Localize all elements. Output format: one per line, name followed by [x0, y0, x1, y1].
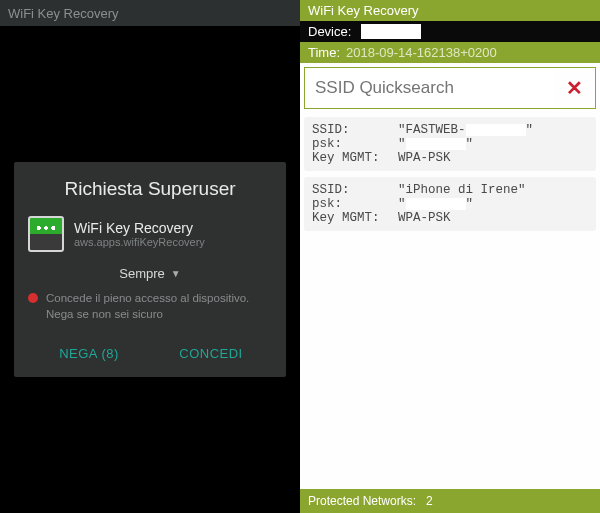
psk-label: psk: [312, 197, 398, 211]
network-card[interactable]: SSID:"FASTWEB-" psk:"" Key MGMT:WPA-PSK [304, 117, 596, 171]
warning-icon [28, 293, 38, 303]
keymgmt-label: Key MGMT: [312, 151, 398, 165]
superuser-dialog: Richiesta Superuser WiFi Key Recovery aw… [14, 162, 286, 377]
superuser-dialog-backdrop: Richiesta Superuser WiFi Key Recovery aw… [0, 26, 300, 513]
keymgmt-value: WPA-PSK [398, 211, 451, 225]
ssid-label: SSID: [312, 123, 398, 137]
search-row: ✕ [304, 67, 596, 109]
psk-value: "" [398, 137, 473, 151]
footer-count: 2 [426, 494, 433, 508]
time-label: Time: [308, 45, 340, 60]
device-row: Device: [300, 21, 600, 42]
app-icon [28, 216, 64, 252]
duration-label: Sempre [119, 266, 165, 281]
time-value: 2018-09-14-162138+0200 [346, 45, 497, 60]
bottom-status-bar: Protected Networks: 2 [300, 489, 600, 513]
ssid-value: "FASTWEB-" [398, 123, 533, 137]
psk-value: "" [398, 197, 473, 211]
footer-label: Protected Networks: [308, 494, 416, 508]
ssid-label: SSID: [312, 183, 398, 197]
allow-button[interactable]: CONCEDI [150, 336, 272, 371]
time-row: Time: 2018-09-14-162138+0200 [300, 42, 600, 63]
psk-label: psk: [312, 137, 398, 151]
network-list[interactable]: SSID:"FASTWEB-" psk:"" Key MGMT:WPA-PSK … [300, 113, 600, 489]
duration-dropdown[interactable]: Sempre ▼ [28, 266, 272, 281]
network-card[interactable]: SSID:"iPhone di Irene" psk:"" Key MGMT:W… [304, 177, 596, 231]
requesting-app-row: WiFi Key Recovery aws.apps.wifiKeyRecove… [28, 216, 272, 252]
deny-button[interactable]: NEGA (8) [28, 336, 150, 371]
device-label: Device: [308, 24, 351, 39]
titlebar-left: WiFi Key Recovery [0, 0, 300, 26]
warning-row: Concede il pieno accesso al dispositivo.… [28, 291, 272, 322]
ssid-value: "iPhone di Irene" [398, 183, 526, 197]
dialog-title: Richiesta Superuser [28, 178, 272, 200]
keymgmt-value: WPA-PSK [398, 151, 451, 165]
device-value [361, 24, 421, 39]
clear-search-button[interactable]: ✕ [554, 68, 595, 108]
keymgmt-label: Key MGMT: [312, 211, 398, 225]
titlebar-right: WiFi Key Recovery [300, 0, 600, 21]
warning-text: Concede il pieno accesso al dispositivo.… [46, 291, 272, 322]
app-package: aws.apps.wifiKeyRecovery [74, 236, 205, 248]
ssid-search-input[interactable] [305, 68, 554, 108]
chevron-down-icon: ▼ [171, 268, 181, 279]
app-name: WiFi Key Recovery [74, 220, 205, 236]
